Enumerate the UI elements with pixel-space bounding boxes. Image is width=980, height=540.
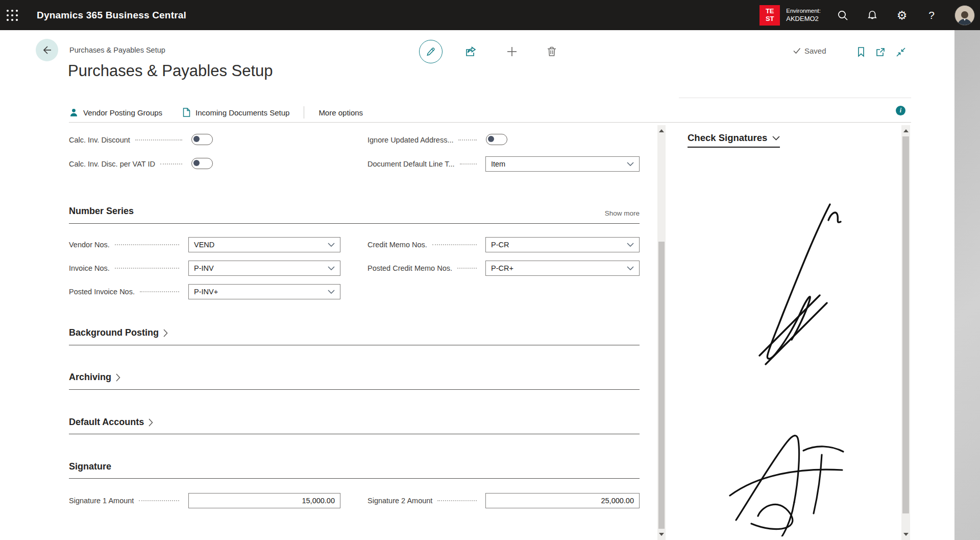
field-value: VEND bbox=[194, 241, 328, 249]
topbar-right-cluster: TE ST Environment: AKDEMO2 ⚙ ? bbox=[760, 0, 980, 30]
app-title: Dynamics 365 Business Central bbox=[37, 10, 186, 21]
signature-1-amount-field[interactable]: 15,000.00 bbox=[188, 493, 340, 508]
section-header-default-accounts[interactable]: Default Accounts bbox=[69, 417, 153, 428]
environment-badge-line2: ST bbox=[766, 15, 774, 23]
delete-button[interactable] bbox=[544, 44, 559, 59]
plus-icon bbox=[506, 45, 518, 58]
save-status-label: Saved bbox=[804, 46, 826, 55]
main-scrollbar[interactable] bbox=[657, 125, 666, 540]
show-more-link[interactable]: Show more bbox=[592, 209, 640, 217]
posted-credit-memo-nos-field[interactable]: P-CR+ bbox=[485, 261, 640, 276]
chevron-down-icon bbox=[627, 243, 634, 247]
factbox-top-border bbox=[679, 98, 911, 98]
credit-memo-nos-field[interactable]: P-CR bbox=[485, 237, 640, 252]
trash-icon bbox=[546, 45, 558, 58]
section-header-background-posting[interactable]: Background Posting bbox=[69, 327, 168, 338]
posted-invoice-nos-field[interactable]: P-INV+ bbox=[188, 284, 340, 299]
bookmark-button[interactable] bbox=[853, 44, 869, 59]
calc-inv-disc-per-vat-toggle[interactable] bbox=[191, 158, 213, 169]
top-navigation-bar: Dynamics 365 Business Central TE ST Envi… bbox=[0, 0, 980, 30]
field-label-calc-inv-discount: Calc. Inv. Discount bbox=[69, 132, 187, 148]
environment-badge[interactable]: TE ST bbox=[760, 5, 780, 26]
vendor-nos-field[interactable]: VEND bbox=[188, 237, 340, 252]
scrollbar-up-arrow[interactable] bbox=[903, 129, 909, 132]
user-avatar[interactable] bbox=[954, 5, 975, 26]
chevron-down-icon bbox=[328, 243, 335, 247]
field-label-invoice-nos: Invoice Nos. bbox=[69, 261, 184, 276]
section-header-archiving[interactable]: Archiving bbox=[69, 372, 120, 383]
signature-image-2 bbox=[721, 419, 856, 536]
info-icon[interactable]: i bbox=[896, 106, 905, 115]
menu-divider-line bbox=[69, 122, 911, 123]
scrollbar-down-arrow[interactable] bbox=[903, 533, 909, 536]
checkmark-icon bbox=[792, 46, 801, 55]
factbox-title-check-signatures[interactable]: Check Signatures bbox=[688, 132, 780, 148]
field-value: P-INV+ bbox=[194, 288, 328, 296]
signature-image-1 bbox=[739, 198, 849, 380]
gear-icon[interactable]: ⚙ bbox=[887, 0, 917, 30]
chevron-down-icon bbox=[627, 266, 634, 270]
person-icon bbox=[69, 108, 79, 118]
scrollbar-thumb[interactable] bbox=[902, 136, 909, 513]
field-label-document-default-line: Document Default Line T... bbox=[368, 156, 482, 172]
waffle-icon-glyph bbox=[6, 9, 19, 22]
add-button[interactable] bbox=[504, 44, 520, 59]
share-icon bbox=[464, 45, 477, 58]
field-value: Item bbox=[491, 160, 627, 168]
menu-item-more-options[interactable]: More options bbox=[318, 108, 363, 117]
edit-button[interactable] bbox=[419, 40, 443, 63]
avatar-silhouette bbox=[956, 10, 973, 25]
page-title: Purchases & Payables Setup bbox=[68, 62, 273, 80]
scrollbar-thumb[interactable] bbox=[658, 242, 665, 529]
chevron-down-icon bbox=[328, 290, 335, 294]
save-status: Saved bbox=[792, 46, 826, 55]
ignore-updated-address-toggle[interactable] bbox=[486, 134, 507, 145]
waffle-icon[interactable] bbox=[0, 0, 24, 30]
menu-item-vendor-posting-groups[interactable]: Vendor Posting Groups bbox=[69, 108, 162, 118]
field-value: 25,000.00 bbox=[601, 497, 634, 505]
menu-item-label: More options bbox=[318, 108, 363, 117]
factbox-scrollbar[interactable] bbox=[901, 125, 910, 540]
section-underline bbox=[69, 345, 640, 345]
chevron-down-icon bbox=[627, 162, 634, 166]
open-in-new-window-icon bbox=[875, 46, 886, 58]
pencil-icon bbox=[425, 46, 436, 57]
bookmark-icon bbox=[855, 46, 867, 57]
section-underline bbox=[69, 478, 640, 479]
bell-icon[interactable] bbox=[857, 0, 887, 30]
environment-label: Environment: bbox=[786, 8, 821, 14]
chevron-down-icon bbox=[772, 136, 780, 140]
document-icon bbox=[182, 107, 191, 118]
field-value: P-CR+ bbox=[491, 264, 627, 272]
chevron-right-icon bbox=[149, 418, 153, 427]
page-action-menu: Vendor Posting Groups Incoming Documents… bbox=[69, 104, 363, 121]
invoice-nos-field[interactable]: P-INV bbox=[188, 261, 340, 276]
document-default-line-type-field[interactable]: Item bbox=[485, 156, 640, 172]
field-label-credit-memo-nos: Credit Memo Nos. bbox=[368, 237, 482, 252]
signature-2-amount-field[interactable]: 25,000.00 bbox=[485, 493, 640, 508]
calc-inv-discount-toggle[interactable] bbox=[191, 134, 213, 145]
menu-item-label: Vendor Posting Groups bbox=[83, 108, 162, 117]
menu-item-incoming-documents-setup[interactable]: Incoming Documents Setup bbox=[182, 107, 289, 118]
breadcrumb[interactable]: Purchases & Payables Setup bbox=[69, 46, 165, 54]
field-label-signature-1-amount: Signature 1 Amount bbox=[69, 493, 184, 508]
open-in-window-button[interactable] bbox=[873, 44, 888, 60]
section-header-number-series: Number Series bbox=[69, 206, 134, 217]
help-icon[interactable]: ? bbox=[917, 0, 946, 30]
field-label-vendor-nos: Vendor Nos. bbox=[69, 237, 184, 252]
chevron-right-icon bbox=[163, 329, 168, 337]
menu-divider bbox=[304, 106, 304, 119]
scrollbar-down-arrow[interactable] bbox=[659, 533, 664, 536]
environment-badge-line1: TE bbox=[766, 8, 774, 15]
search-icon[interactable] bbox=[828, 0, 857, 30]
menu-item-label: Incoming Documents Setup bbox=[195, 108, 289, 117]
back-button[interactable] bbox=[36, 39, 58, 61]
environment-name: AKDEMO2 bbox=[786, 15, 821, 22]
field-label-posted-invoice-nos: Posted Invoice Nos. bbox=[69, 284, 184, 299]
share-button[interactable] bbox=[463, 44, 478, 59]
chevron-down-icon bbox=[328, 266, 335, 270]
scrollbar-up-arrow[interactable] bbox=[659, 129, 664, 132]
field-value: P-CR bbox=[491, 241, 627, 249]
collapse-pane-button[interactable] bbox=[893, 44, 909, 60]
section-header-signature: Signature bbox=[69, 461, 111, 472]
